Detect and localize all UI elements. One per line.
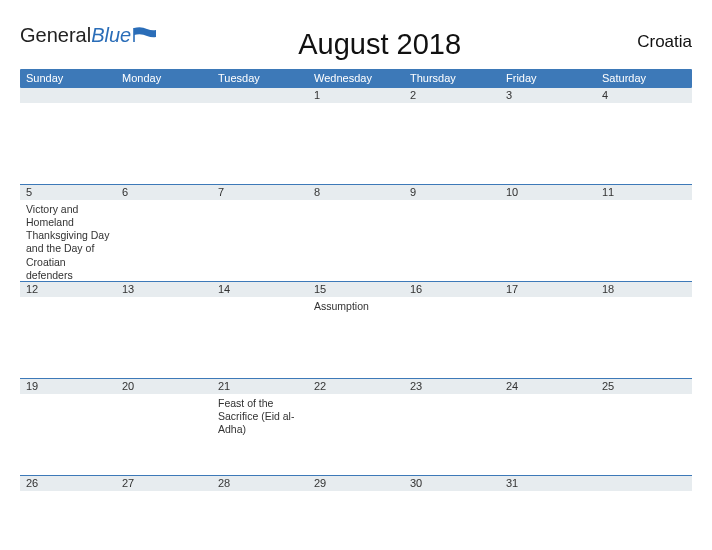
day-number: 3 — [500, 88, 596, 103]
day-event: Victory and Homeland Thanksgiving Day an… — [26, 203, 110, 281]
country-label: Croatia — [602, 18, 692, 52]
day-number: 29 — [308, 476, 404, 491]
day-cell — [500, 103, 596, 184]
week-band: 12 13 14 15 16 17 18 — [20, 282, 692, 297]
day-number: 4 — [596, 88, 692, 103]
day-number: 15 — [308, 282, 404, 297]
brand-logo: GeneralBlue — [20, 18, 157, 47]
day-cell — [20, 394, 116, 475]
day-number: 21 — [212, 379, 308, 394]
day-cell — [404, 297, 500, 378]
day-header: Sunday — [20, 69, 116, 88]
day-cell — [116, 491, 212, 550]
day-cell — [500, 491, 596, 550]
day-cell — [116, 394, 212, 475]
day-number: 22 — [308, 379, 404, 394]
week-row — [20, 491, 692, 550]
day-number: 13 — [116, 282, 212, 297]
day-cell — [308, 103, 404, 184]
day-number: 1 — [308, 88, 404, 103]
day-cell — [212, 200, 308, 281]
day-cell — [308, 491, 404, 550]
day-number: 2 — [404, 88, 500, 103]
brand-part1: General — [20, 24, 91, 46]
day-header: Wednesday — [308, 69, 404, 88]
day-number: 8 — [308, 185, 404, 200]
week-row: Victory and Homeland Thanksgiving Day an… — [20, 200, 692, 282]
day-cell — [212, 297, 308, 378]
day-number — [20, 88, 116, 103]
day-cell — [404, 394, 500, 475]
week-band: 26 27 28 29 30 31 — [20, 476, 692, 491]
day-cell — [20, 103, 116, 184]
day-header: Tuesday — [212, 69, 308, 88]
brand-name: GeneralBlue — [20, 24, 131, 47]
day-cell — [500, 200, 596, 281]
day-header: Monday — [116, 69, 212, 88]
calendar: Sunday Monday Tuesday Wednesday Thursday… — [20, 69, 692, 550]
day-cell: Feast of the Sacrifice (Eid al-Adha) — [212, 394, 308, 475]
day-cell — [596, 200, 692, 281]
day-number — [596, 476, 692, 491]
day-header: Saturday — [596, 69, 692, 88]
flag-icon — [133, 26, 157, 48]
day-cell — [116, 297, 212, 378]
day-cell — [404, 200, 500, 281]
day-header-row: Sunday Monday Tuesday Wednesday Thursday… — [20, 69, 692, 88]
day-number: 20 — [116, 379, 212, 394]
day-cell — [500, 394, 596, 475]
week-band: 5 6 7 8 9 10 11 — [20, 185, 692, 200]
day-cell — [404, 103, 500, 184]
day-cell — [20, 491, 116, 550]
day-number: 19 — [20, 379, 116, 394]
week-band: 1 2 3 4 — [20, 88, 692, 103]
day-number: 23 — [404, 379, 500, 394]
day-cell — [212, 103, 308, 184]
day-number: 27 — [116, 476, 212, 491]
day-number: 26 — [20, 476, 116, 491]
day-cell — [596, 394, 692, 475]
day-number: 7 — [212, 185, 308, 200]
page-title: August 2018 — [157, 18, 602, 61]
day-number: 9 — [404, 185, 500, 200]
day-number: 10 — [500, 185, 596, 200]
day-number: 18 — [596, 282, 692, 297]
day-event: Feast of the Sacrifice (Eid al-Adha) — [218, 397, 302, 436]
day-cell: Assumption — [308, 297, 404, 378]
day-cell — [116, 200, 212, 281]
day-number: 28 — [212, 476, 308, 491]
day-number: 24 — [500, 379, 596, 394]
week-band: 19 20 21 22 23 24 25 — [20, 379, 692, 394]
day-number — [116, 88, 212, 103]
day-number: 5 — [20, 185, 116, 200]
day-number: 25 — [596, 379, 692, 394]
day-number: 14 — [212, 282, 308, 297]
day-cell — [20, 297, 116, 378]
day-number: 16 — [404, 282, 500, 297]
brand-part2: Blue — [91, 24, 131, 46]
day-cell — [596, 491, 692, 550]
day-cell — [212, 491, 308, 550]
day-number: 11 — [596, 185, 692, 200]
day-cell — [596, 297, 692, 378]
day-cell — [116, 103, 212, 184]
day-number — [212, 88, 308, 103]
day-cell — [308, 200, 404, 281]
week-row: Assumption — [20, 297, 692, 379]
day-cell — [308, 394, 404, 475]
day-number: 30 — [404, 476, 500, 491]
day-cell — [596, 103, 692, 184]
week-row — [20, 103, 692, 185]
day-number: 17 — [500, 282, 596, 297]
day-header: Friday — [500, 69, 596, 88]
day-cell — [404, 491, 500, 550]
header: GeneralBlue August 2018 Croatia — [20, 18, 692, 61]
day-number: 6 — [116, 185, 212, 200]
week-row: Feast of the Sacrifice (Eid al-Adha) — [20, 394, 692, 476]
day-number: 12 — [20, 282, 116, 297]
day-cell: Victory and Homeland Thanksgiving Day an… — [20, 200, 116, 281]
day-number: 31 — [500, 476, 596, 491]
day-header: Thursday — [404, 69, 500, 88]
day-event: Assumption — [314, 300, 398, 313]
day-cell — [500, 297, 596, 378]
